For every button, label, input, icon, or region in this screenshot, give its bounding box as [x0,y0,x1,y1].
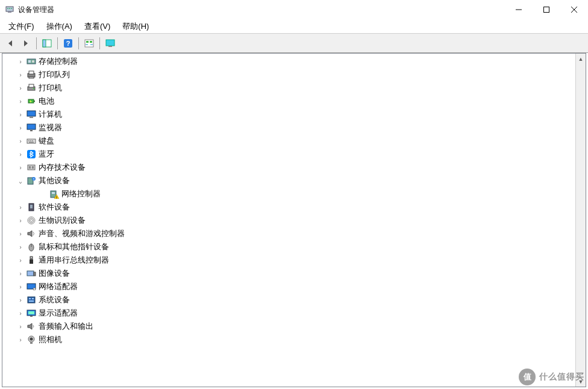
svg-rect-71 [30,342,33,344]
svg-text:?: ? [33,178,35,181]
menubar: 文件(F) 操作(A) 查看(V) 帮助(H) [0,19,588,34]
svg-point-2 [7,8,8,9]
scroll-up-button[interactable]: ▲ [576,54,586,64]
audio-io-icon [27,322,36,331]
expand-icon[interactable]: › [16,149,25,159]
tree-item[interactable]: ›存储控制器 [2,55,575,68]
tree-item-label: 鼠标和其他指针设备 [39,241,109,252]
svg-rect-63 [29,298,31,299]
tree-item-label: 监视器 [39,122,62,133]
tree-item[interactable]: ›图像设备 [2,267,575,280]
menu-file[interactable]: 文件(F) [2,19,40,34]
content-pane: ›存储控制器›打印队列›打印机›电池›计算机›监视器›键盘›蓝牙›内存技术设备⌄… [2,53,586,387]
show-hide-tree-button[interactable] [40,36,54,51]
svg-rect-41 [32,166,34,169]
expand-icon[interactable]: › [16,282,25,291]
expand-icon[interactable]: › [16,295,25,305]
unknown-device-icon: ! [49,189,59,199]
svg-rect-30 [30,117,33,118]
tree-item-label: 打印队列 [39,69,70,80]
help-button[interactable]: ? [61,36,75,51]
expand-icon[interactable]: › [16,335,25,344]
sound-icon [27,229,36,238]
expand-icon[interactable]: › [16,255,25,265]
menu-view[interactable]: 查看(V) [78,19,116,34]
back-button[interactable] [3,36,17,51]
expand-icon[interactable]: › [16,242,25,252]
svg-point-4 [11,8,12,9]
monitor-button[interactable] [103,36,117,51]
tree-item[interactable]: ›显示适配器 [2,307,575,320]
tree-item[interactable]: ›声音、视频和游戏控制器 [2,227,575,240]
tree-item[interactable]: ›鼠标和其他指针设备 [2,240,575,254]
tree-item[interactable]: ›网络适配器 [2,280,575,293]
toolbar: ? [0,34,588,53]
svg-rect-67 [28,311,34,314]
scroll-down-button[interactable]: ▼ [576,376,586,387]
svg-point-26 [33,88,34,89]
tree-item[interactable]: ›监视器 [2,121,575,134]
close-button[interactable] [560,0,588,19]
tree-item[interactable]: ›打印机 [2,81,575,95]
scrollbar[interactable]: ▲ ▼ [575,54,586,387]
tree-item[interactable]: ›照相机 [2,333,575,346]
tree-item[interactable]: ›软件设备 [2,201,575,214]
tree-item-label: 存储控制器 [39,56,78,67]
tree-item[interactable]: ›音频输入和输出 [2,320,575,333]
expand-icon[interactable]: › [16,269,25,278]
tree-child-item[interactable]: !网络控制器 [2,187,575,201]
expand-icon[interactable]: › [16,229,25,238]
expand-icon[interactable]: › [16,96,25,106]
expand-icon[interactable]: › [16,308,25,318]
tree-item-label: 蓝牙 [39,149,54,160]
svg-rect-29 [27,111,36,116]
window-controls [505,0,588,19]
svg-rect-23 [29,77,34,78]
menu-help[interactable]: 帮助(H) [116,19,155,34]
expand-icon[interactable]: › [16,322,25,331]
svg-rect-65 [29,300,34,302]
expand-icon[interactable]: › [16,110,25,119]
device-tree[interactable]: ›存储控制器›打印队列›打印机›电池›计算机›监视器›键盘›蓝牙›内存技术设备⌄… [2,54,575,387]
collapse-icon[interactable]: ⌄ [16,176,25,185]
svg-rect-36 [32,140,33,142]
svg-rect-22 [29,71,34,74]
tree-item-label: 图像设备 [39,268,70,279]
svg-rect-13 [85,40,93,47]
forward-button[interactable] [19,36,33,51]
expand-icon[interactable]: › [16,83,25,93]
expand-icon[interactable]: › [16,70,25,79]
tree-item[interactable]: ›生物识别设备 [2,214,575,227]
tree-item[interactable]: ›系统设备 [2,293,575,307]
tree-item-label: 电池 [39,96,54,107]
tree-item[interactable]: ›键盘 [2,134,575,148]
svg-point-70 [30,338,33,341]
expand-icon[interactable]: › [16,163,25,172]
computer-icon [27,110,36,119]
expand-icon[interactable]: › [16,57,25,66]
tree-item[interactable]: ›蓝牙 [2,148,575,161]
tree-item[interactable]: ›计算机 [2,108,575,121]
svg-rect-59 [34,272,36,276]
tree-item-label: 软件设备 [39,202,70,213]
expand-icon[interactable]: › [16,123,25,132]
tree-item[interactable]: ›电池 [2,95,575,108]
svg-rect-6 [544,7,549,13]
minimize-button[interactable] [505,0,533,19]
tree-item[interactable]: ›打印队列 [2,68,575,81]
tree-item[interactable]: ›内存技术设备 [2,161,575,174]
svg-rect-55 [30,257,33,260]
tree-item[interactable]: ⌄?其他设备 [2,174,575,187]
scan-hardware-button[interactable] [82,36,96,51]
tree-item-label: 网络适配器 [39,281,78,292]
expand-icon[interactable]: › [16,136,25,146]
titlebar: 设备管理器 [0,0,588,19]
expand-icon[interactable]: › [16,202,25,212]
menu-action[interactable]: 操作(A) [40,19,78,34]
battery-icon [27,96,36,106]
svg-rect-46 [52,192,55,194]
tree-item-label: 内存技术设备 [39,162,86,173]
expand-icon[interactable]: › [16,216,25,225]
tree-item[interactable]: ›通用串行总线控制器 [2,254,575,267]
maximize-button[interactable] [533,0,560,19]
